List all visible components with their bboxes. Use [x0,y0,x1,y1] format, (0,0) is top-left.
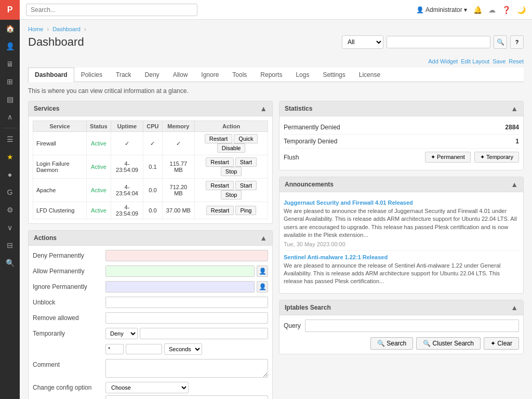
stat-permanently-denied-value: 2884 [505,124,519,131]
right-column: Statistics ▲ Permanently Denied 2884 Tem… [279,101,524,399]
tab-logs[interactable]: Logs [289,68,316,82]
help-icon[interactable]: ❓ [502,6,511,14]
announcement-item-1: Juggernaut Security and Firewall 4.01 Re… [284,196,519,251]
tab-settings[interactable]: Settings [316,68,352,82]
iptables-cluster-search-btn[interactable]: 🔍 Cluster Search [416,337,481,350]
deny-permanently-input[interactable] [105,250,268,261]
left-column: Services ▲ Service Status Uptime CPU [28,101,273,399]
temporarily-value-input[interactable] [126,344,162,354]
sidebar-logo[interactable]: P [0,0,20,20]
lfd-restart-btn[interactable]: Restart [206,157,233,167]
edit-layout-link[interactable]: Edit Layout [461,58,489,64]
sidebar-icon-chevron-up[interactable]: ∧ [0,108,20,126]
allow-permanently-input[interactable] [105,265,255,277]
tab-policies[interactable]: Policies [74,68,109,82]
welcome-text: This is where you can view critical info… [28,87,524,95]
remove-allowed-input[interactable] [105,312,268,324]
tab-dashboard[interactable]: Dashboard [28,68,74,82]
ignore-permanently-input[interactable] [105,281,255,292]
allow-permanently-icon-btn[interactable]: 👤 [257,265,268,277]
apache-start-btn[interactable]: Start [235,181,257,190]
firewall-quick-btn[interactable]: Quick [234,134,258,143]
sidebar-icon-search[interactable]: 🔍 [0,254,20,272]
lfd-start-btn[interactable]: Start [235,157,257,167]
temporarily-time-label [33,343,100,345]
admin-label[interactable]: 👤 Administrator ▾ [416,6,467,14]
topbar: 👤 Administrator ▾ 🔔 ☁ ❓ 🌙 [20,0,532,20]
change-config-select[interactable]: Choose [105,382,189,393]
breadcrumb: Home › Dashboard › [28,26,524,32]
change-config-value-input[interactable] [105,395,268,399]
actions-panel-title: Actions [34,234,57,242]
sidebar-icon-g[interactable]: G [0,183,20,201]
top-search-input[interactable] [387,36,490,48]
breadcrumb-dashboard[interactable]: Dashboard [52,26,81,32]
query-input[interactable] [305,320,519,332]
sidebar-icon-monitor[interactable]: 🖥 [0,55,20,73]
tab-deny[interactable]: Deny [138,68,166,82]
breadcrumb-home[interactable]: Home [28,26,43,32]
sidebar-icon-circle[interactable]: ● [0,166,20,183]
temporarily-unit-select[interactable]: Seconds Minutes Hours [164,343,202,355]
iptables-search-btn[interactable]: 🔍 Search [370,337,413,350]
change-config-row: Change config option Choose [33,382,268,399]
temporarily-time-input[interactable] [105,344,124,354]
comment-textarea[interactable] [105,359,268,378]
sidebar-icon-list[interactable]: ☰ [0,130,20,148]
sidebar-icon-star[interactable]: ★ [0,148,20,166]
flush-permanent-btn[interactable]: ✦ Permanent [425,152,471,163]
announcement-text-1: We are pleased to announce the release o… [284,207,519,240]
top-help-button[interactable]: ? [510,35,524,49]
iptables-clear-btn[interactable]: ✦ Clear [484,337,519,350]
reset-link[interactable]: Reset [509,58,524,64]
sidebar-icon-layers[interactable]: ▤ [0,90,20,108]
tab-reports[interactable]: Reports [254,68,289,82]
firewall-restart-btn[interactable]: Restart [205,134,232,143]
temporarily-ip-input[interactable] [140,328,268,339]
col-memory: Memory [162,121,195,132]
sidebar-icon-user[interactable]: 👤 [0,37,20,55]
top-search-button[interactable]: 🔍 [494,35,507,49]
apache-stop-btn[interactable]: Stop [221,190,242,200]
statistics-collapse-btn[interactable]: ▲ [511,104,518,113]
services-collapse-btn[interactable]: ▲ [260,104,267,113]
sidebar-icon-grid[interactable]: ⊞ [0,73,20,90]
notification-icon[interactable]: 🔔 [473,6,482,14]
actions-collapse-btn[interactable]: ▲ [260,234,267,242]
allow-permanently-input-group: 👤 [105,265,268,277]
temporarily-type-select[interactable]: Deny Allow Ignore [105,328,138,339]
tab-ignore[interactable]: Ignore [194,68,225,82]
save-link[interactable]: Save [493,58,506,64]
lfdclustering-ping-btn[interactable]: Ping [235,206,256,215]
lfd-stop-btn[interactable]: Stop [221,167,242,176]
flush-temporary-btn[interactable]: ✦ Temporary [474,152,519,163]
announcement-item-2: Sentinel Anti-malware 1.22:1 Released We… [284,251,519,289]
iptables-search-collapse-btn[interactable]: ▲ [511,303,518,312]
sidebar-icon-home[interactable]: 🏠 [0,20,20,37]
tab-track[interactable]: Track [109,68,138,82]
service-uptime-lfd: 4-23:54:09 [111,155,143,179]
announcement-title-1[interactable]: Juggernaut Security and Firewall 4.01 Re… [284,200,519,206]
announcement-title-2[interactable]: Sentinel Anti-malware 1.22:1 Released [284,254,519,260]
top-search-select[interactable]: All [342,35,383,49]
announcements-collapse-btn[interactable]: ▲ [511,180,518,189]
lfdclustering-restart-btn[interactable]: Restart [206,206,234,215]
tab-tools[interactable]: Tools [225,68,254,82]
main-search-input[interactable] [26,4,197,16]
sidebar-icon-gear[interactable]: ⚙ [0,201,20,219]
sidebar-icon-chevron-down[interactable]: ∨ [0,219,20,236]
apache-restart-btn[interactable]: Restart [206,181,233,190]
moon-icon[interactable]: 🌙 [517,6,526,14]
tab-license[interactable]: License [352,68,387,82]
sidebar-icon-layers2[interactable]: ⊟ [0,236,20,254]
ignore-permanently-icon-btn[interactable]: 👤 [257,281,268,292]
statistics-panel: Statistics ▲ Permanently Denied 2884 Tem… [279,101,524,170]
add-widget-link[interactable]: Add Widget [428,58,458,64]
stat-permanently-denied: Permanently Denied 2884 [284,121,519,135]
unblock-input[interactable] [105,297,268,308]
firewall-disable-btn[interactable]: Disable [217,143,246,153]
service-status-apache: Active [87,179,111,202]
allow-permanently-row: Allow Permanently 👤 [33,265,268,277]
tab-allow[interactable]: Allow [166,68,195,82]
cloud-icon[interactable]: ☁ [488,6,496,14]
